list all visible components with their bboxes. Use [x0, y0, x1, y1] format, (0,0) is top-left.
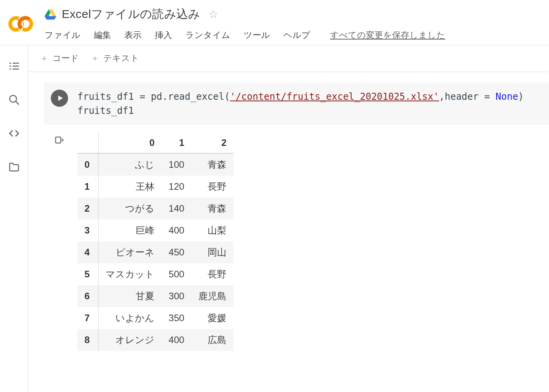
- title-row: Excelファイルの読み込み ☆: [45, 6, 541, 22]
- code-snippets-icon[interactable]: [8, 128, 20, 139]
- notebook-title[interactable]: Excelファイルの読み込み: [62, 6, 201, 22]
- run-button[interactable]: [51, 90, 68, 107]
- dataframe-row-index: 1: [77, 176, 99, 198]
- dataframe-col-1: 1: [161, 133, 191, 153]
- dataframe-cell: 広島: [191, 329, 233, 351]
- svg-point-4: [9, 63, 11, 64]
- dataframe-cell: 400: [161, 219, 191, 241]
- dataframe-cell: 山梨: [191, 219, 233, 241]
- svg-rect-12: [56, 137, 61, 143]
- dataframe-cell: 350: [161, 307, 191, 329]
- dataframe-body: 0ふじ100青森1王林120長野2つがる140青森3巨峰400山梨4ピオーネ45…: [77, 153, 233, 351]
- dataframe-row-index: 7: [77, 307, 99, 329]
- dataframe-row-index: 3: [77, 219, 99, 241]
- dataframe-cell: 140: [161, 198, 191, 219]
- dataframe-cell: 長野: [191, 176, 233, 198]
- menu-tools[interactable]: ツール: [244, 29, 270, 41]
- dataframe-cell: ふじ: [99, 153, 162, 176]
- menu-runtime[interactable]: ランタイム: [185, 29, 230, 41]
- dataframe-cell: 450: [161, 241, 191, 263]
- dataframe-cell: 岡山: [191, 241, 233, 263]
- svg-point-6: [9, 65, 11, 67]
- code-editor[interactable]: fruits_df1 = pd.read_excel('/content/fru…: [68, 90, 524, 118]
- app-header: Excelファイルの読み込み ☆ ファイル 編集 表示 挿入 ランタイム ツール…: [0, 0, 549, 45]
- dataframe-header: 0 1 2: [77, 133, 233, 153]
- dataframe-cell: 甘夏: [99, 285, 162, 307]
- search-icon[interactable]: [8, 94, 20, 106]
- dataframe-cell: いよかん: [99, 307, 162, 329]
- menu-file[interactable]: ファイル: [45, 29, 81, 41]
- menu-insert[interactable]: 挿入: [155, 29, 172, 41]
- dataframe-row-index: 5: [77, 263, 99, 285]
- output-collapse-icon[interactable]: [51, 133, 68, 145]
- dataframe-cell: マスカット: [99, 263, 162, 285]
- menu-view[interactable]: 表示: [124, 29, 142, 41]
- colab-logo: [8, 11, 34, 37]
- toc-icon[interactable]: [8, 60, 20, 72]
- table-row: 1王林120長野: [77, 176, 233, 198]
- dataframe-cell: オレンジ: [99, 329, 162, 351]
- code-keyword-none: None: [495, 91, 518, 102]
- star-icon[interactable]: ☆: [208, 8, 218, 21]
- dataframe-output: 0 1 2 0ふじ100青森1王林120長野2つがる140青森3巨峰400山梨4…: [77, 133, 233, 351]
- dataframe-row-index: 6: [77, 285, 99, 307]
- notebook-toolbar: ＋ コード ＋ テキスト: [28, 45, 549, 72]
- svg-point-10: [9, 95, 16, 102]
- body-row: ＋ コード ＋ テキスト fruits_df1 = pd.read_excel(…: [0, 45, 549, 392]
- dataframe-cell: 100: [161, 153, 191, 176]
- title-area: Excelファイルの読み込み ☆ ファイル 編集 表示 挿入 ランタイム ツール…: [45, 4, 541, 41]
- table-row: 5マスカット500長野: [77, 263, 233, 285]
- dataframe-index-header: [77, 133, 99, 153]
- table-row: 6甘夏300鹿児島: [77, 285, 233, 307]
- table-row: 2つがる140青森: [77, 198, 233, 219]
- add-text-label: テキスト: [103, 52, 139, 64]
- menu-edit[interactable]: 編集: [94, 29, 111, 41]
- code-cell: fruits_df1 = pd.read_excel('/content/fru…: [44, 83, 549, 351]
- code-cell-input[interactable]: fruits_df1 = pd.read_excel('/content/fru…: [44, 83, 549, 125]
- add-code-label: コード: [52, 52, 79, 64]
- dataframe-cell: 王林: [99, 176, 162, 198]
- dataframe-cell: 400: [161, 329, 191, 351]
- dataframe-row-index: 2: [77, 198, 99, 219]
- dataframe-row-index: 0: [77, 153, 99, 176]
- dataframe-cell: 青森: [191, 153, 233, 176]
- table-row: 0ふじ100青森: [77, 153, 233, 176]
- main-area: ＋ コード ＋ テキスト fruits_df1 = pd.read_excel(…: [28, 45, 549, 392]
- dataframe-cell: 300: [161, 285, 191, 307]
- dataframe-col-2: 2: [191, 133, 233, 153]
- dataframe-row-index: 4: [77, 241, 99, 263]
- code-line-1: fruits_df1 = pd.read_excel('/content/fru…: [77, 91, 524, 102]
- drive-icon: [45, 9, 56, 20]
- plus-icon: ＋: [40, 52, 48, 64]
- dataframe-cell: 120: [161, 176, 191, 198]
- table-row: 3巨峰400山梨: [77, 219, 233, 241]
- dataframe-row-index: 8: [77, 329, 99, 351]
- add-text-button[interactable]: ＋ テキスト: [91, 52, 139, 64]
- dataframe-cell: 500: [161, 263, 191, 285]
- table-row: 8オレンジ400広島: [77, 329, 233, 351]
- dataframe-col-0: 0: [99, 133, 162, 153]
- code-string-literal: '/content/fruits_excel_20201025.xlsx': [230, 91, 439, 102]
- save-status[interactable]: すべての変更を保存しました: [330, 29, 445, 41]
- dataframe-cell: 愛媛: [191, 307, 233, 329]
- svg-line-11: [15, 101, 19, 105]
- dataframe-cell: 青森: [191, 198, 233, 219]
- plus-icon: ＋: [91, 52, 99, 64]
- code-line-2: fruits_df1: [77, 105, 134, 116]
- table-row: 7いよかん350愛媛: [77, 307, 233, 329]
- table-row: 4ピオーネ450岡山: [77, 241, 233, 263]
- menu-help[interactable]: ヘルプ: [283, 29, 310, 41]
- dataframe-cell: つがる: [99, 198, 162, 219]
- add-code-button[interactable]: ＋ コード: [40, 52, 79, 64]
- left-sidebar: [0, 45, 28, 392]
- dataframe-cell: 長野: [191, 263, 233, 285]
- svg-point-8: [9, 68, 11, 70]
- dataframe-cell: 鹿児島: [191, 285, 233, 307]
- files-icon[interactable]: [8, 161, 20, 173]
- code-cell-output: 0 1 2 0ふじ100青森1王林120長野2つがる140青森3巨峰400山梨4…: [44, 133, 549, 351]
- menu-bar: ファイル 編集 表示 挿入 ランタイム ツール ヘルプ すべての変更を保存しまし…: [45, 29, 541, 41]
- dataframe-cell: ピオーネ: [99, 241, 162, 263]
- dataframe-cell: 巨峰: [99, 219, 162, 241]
